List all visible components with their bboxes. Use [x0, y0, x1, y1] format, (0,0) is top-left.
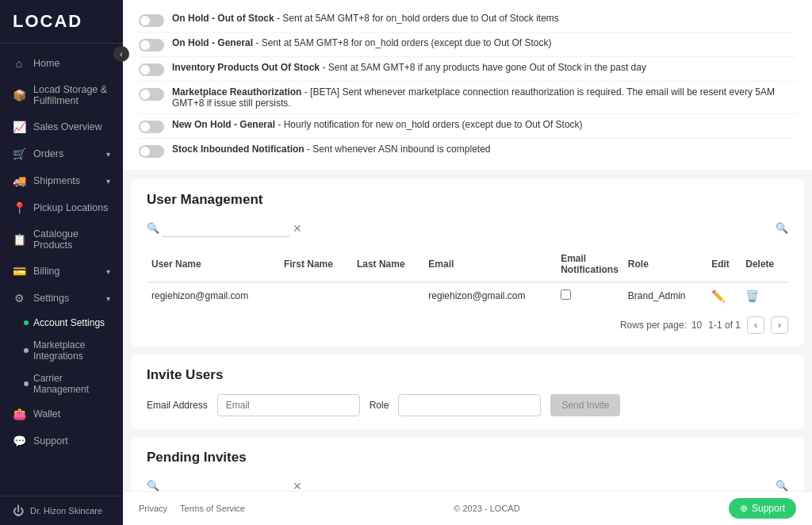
edit-user-button[interactable]: ✏️: [711, 289, 725, 302]
rows-per-page-label: Rows per page:: [620, 320, 687, 331]
notif-row-2: On Hold - General - Sent at 5AM GMT+8 fo…: [139, 33, 796, 57]
terms-link[interactable]: Terms of Service: [180, 504, 245, 513]
power-icon: ⏻: [13, 504, 24, 517]
clear-search-button[interactable]: ✕: [293, 222, 302, 235]
table-row: regiehizon@gmail.com regiehizon@gmail.co…: [147, 282, 788, 308]
sidebar-item-wallet[interactable]: 👛 Wallet: [0, 400, 123, 427]
invite-email-input[interactable]: [217, 394, 360, 416]
support-button[interactable]: ⊕ Support: [729, 498, 796, 519]
sidebar-collapse-button[interactable]: ‹: [113, 46, 129, 62]
email-notif-checkbox[interactable]: [561, 289, 571, 300]
col-email: Email: [423, 247, 556, 282]
sidebar-item-billing[interactable]: 💳 Billing ▾: [0, 258, 123, 285]
pending-search-input[interactable]: [163, 477, 289, 491]
toggle-marketplace-reauth[interactable]: [139, 88, 164, 101]
dot-icon: [24, 348, 29, 353]
pagination-prev-button[interactable]: ‹: [747, 316, 764, 334]
sidebar-nav: ⌂ Home 📦 Locad Storage & Fulfillment 📈 S…: [0, 44, 123, 496]
toggle-stock-inbound[interactable]: [139, 145, 164, 158]
sidebar-item-label: Sales Overview: [33, 121, 102, 132]
sidebar-item-label: Billing: [33, 266, 59, 277]
user-management-title: User Management: [147, 192, 788, 208]
user-management-section: User Management 🔍 ✕ 🔍 User Name First Na…: [131, 179, 804, 347]
orders-icon: 🛒: [13, 148, 25, 160]
pagination-info: 1-1 of 1: [708, 320, 741, 331]
sidebar-item-orders[interactable]: 🛒 Orders ▾: [0, 140, 123, 167]
support-label: Support: [752, 503, 785, 514]
dot-icon: [24, 381, 29, 386]
col-delete: Delete: [741, 247, 788, 282]
chevron-down-icon: ▾: [106, 177, 110, 186]
col-lastname: Last Name: [352, 247, 423, 282]
sidebar-item-home[interactable]: ⌂ Home: [0, 50, 123, 77]
sidebar-item-account-settings[interactable]: Account Settings: [0, 312, 123, 334]
chevron-down-icon: ▾: [106, 294, 110, 303]
search-icon: 🔍: [147, 222, 159, 234]
email-label: Email Address: [147, 400, 208, 411]
sidebar-item-settings[interactable]: ⚙ Settings ▾: [0, 285, 123, 312]
clear-pending-search-button[interactable]: ✕: [293, 480, 302, 492]
sidebar-sub-item-label: Account Settings: [33, 317, 105, 328]
logo-area: LOCAD: [0, 0, 123, 44]
notif-label: New On Hold - General - Hourly notificat…: [172, 119, 583, 130]
user-search-input[interactable]: [163, 219, 289, 237]
search-right-icon[interactable]: 🔍: [776, 480, 788, 491]
cell-username: regiehizon@gmail.com: [147, 282, 279, 308]
search-right-icon[interactable]: 🔍: [776, 222, 788, 234]
users-table-footer: Rows per page: 10 1-1 of 1 ‹ ›: [147, 308, 788, 334]
search-icon: 🔍: [147, 480, 159, 491]
notif-row-6: Stock Inbounded Notification - Sent when…: [139, 139, 796, 163]
sidebar-item-label: Home: [33, 58, 59, 69]
sidebar-item-pickup[interactable]: 📍 Pickup Locations: [0, 194, 123, 221]
sidebar-item-locad-storage[interactable]: 📦 Locad Storage & Fulfillment: [0, 77, 123, 113]
shipments-icon: 🚚: [13, 174, 25, 187]
col-email-notif: Email Notifications: [556, 247, 623, 282]
billing-icon: 💳: [13, 265, 25, 278]
send-invite-button[interactable]: Send Invite: [550, 394, 620, 416]
cell-edit[interactable]: ✏️: [707, 282, 741, 308]
notif-row-5: New On Hold - General - Hourly notificat…: [139, 114, 796, 139]
cell-email-notif[interactable]: [556, 282, 623, 308]
col-username: User Name: [147, 247, 279, 282]
sidebar-footer: ⏻ Dr. Hizon Skincare: [0, 496, 123, 525]
page-footer: Privacy Terms of Service © 2023 - LOCAD …: [123, 491, 812, 525]
home-icon: ⌂: [13, 57, 25, 70]
col-firstname: First Name: [279, 247, 352, 282]
privacy-link[interactable]: Privacy: [139, 504, 167, 513]
pending-invites-title: Pending Invites: [147, 450, 788, 466]
invite-role-input[interactable]: [398, 394, 541, 416]
logo: LOCAD: [13, 11, 110, 32]
col-edit: Edit: [707, 247, 741, 282]
pagination-next-button[interactable]: ›: [771, 316, 788, 334]
sidebar-item-label: Catalogue Products: [33, 228, 110, 251]
sidebar-footer-user: Dr. Hizon Skincare: [30, 506, 102, 515]
storage-icon: 📦: [13, 89, 25, 102]
sidebar-item-label: Pickup Locations: [33, 202, 109, 213]
settings-icon: ⚙: [13, 292, 25, 305]
toggle-new-on-hold[interactable]: [139, 121, 164, 133]
chevron-down-icon: ▾: [106, 150, 110, 159]
toggle-on-hold-general[interactable]: [139, 39, 164, 52]
user-search-bar: 🔍 ✕ 🔍: [147, 219, 788, 237]
footer-copyright: © 2023 - LOCAD: [258, 504, 716, 513]
catalogue-icon: 📋: [13, 233, 25, 246]
notification-list: On Hold - Out of Stock - Sent at 5AM GMT…: [123, 0, 812, 171]
pending-search-bar: 🔍 ✕ 🔍: [147, 477, 788, 491]
chevron-down-icon: ▾: [106, 267, 110, 276]
sidebar-item-label: Wallet: [33, 408, 60, 420]
toggle-out-of-stock[interactable]: [139, 14, 164, 27]
sidebar-item-shipments[interactable]: 🚚 Shipments ▾: [0, 167, 123, 194]
sidebar-item-sales-overview[interactable]: 📈 Sales Overview: [0, 113, 123, 140]
cell-email: regiehizon@gmail.com: [423, 282, 556, 308]
sidebar-item-label: Shipments: [33, 175, 80, 186]
sidebar-item-carrier-management[interactable]: Carrier Management: [0, 367, 123, 400]
delete-user-button[interactable]: 🗑️: [745, 289, 759, 302]
toggle-inventory-out-of-stock[interactable]: [139, 63, 164, 76]
sidebar-item-catalogue[interactable]: 📋 Catalogue Products: [0, 221, 123, 258]
notif-label: Stock Inbounded Notification - Sent when…: [172, 144, 490, 155]
sidebar-item-marketplace-integrations[interactable]: Marketplace Integrations: [0, 334, 123, 367]
col-role: Role: [623, 247, 707, 282]
notif-label: Marketplace Reauthorization - [BETA] Sen…: [172, 86, 796, 109]
sidebar-item-support[interactable]: 💬 Support: [0, 427, 123, 454]
cell-delete[interactable]: 🗑️: [741, 282, 788, 308]
